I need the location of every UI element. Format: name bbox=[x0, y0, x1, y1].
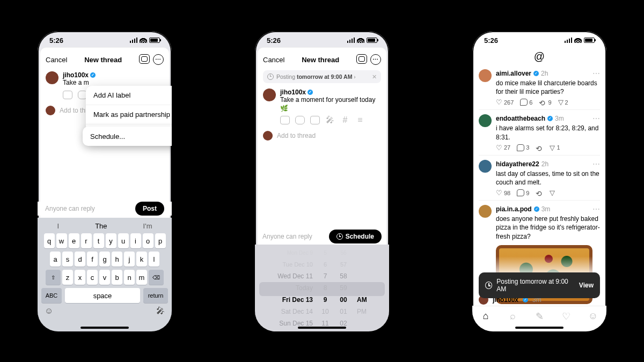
picker-row[interactable]: Wed Dec 11758 bbox=[255, 270, 389, 282]
comment-button[interactable]: 6 bbox=[520, 99, 532, 106]
drafts-icon[interactable] bbox=[356, 54, 367, 64]
post-more-icon[interactable]: ⋯ bbox=[592, 114, 600, 123]
post-username[interactable]: aimi.allover bbox=[496, 70, 531, 77]
repost-button[interactable] bbox=[536, 189, 543, 196]
key-q[interactable]: q bbox=[44, 233, 55, 248]
feed-post[interactable]: endoatthebeach✓3m⋯i have alarms set for … bbox=[479, 110, 600, 155]
picker-row[interactable]: Sun Dec 151102 bbox=[255, 317, 389, 329]
gif-icon[interactable] bbox=[310, 116, 320, 124]
key-u[interactable]: u bbox=[118, 233, 129, 248]
shift-key[interactable]: ⇧ bbox=[46, 270, 61, 285]
picker-row[interactable]: Fri Dec 13900AM bbox=[255, 294, 389, 306]
picker-row[interactable]: Sat Dec 141001PM bbox=[255, 306, 389, 317]
key-f[interactable]: f bbox=[87, 252, 98, 267]
reply-audience[interactable]: Anyone can reply bbox=[45, 205, 95, 212]
emoji-key[interactable]: ☺ bbox=[45, 306, 53, 316]
repost-button[interactable] bbox=[536, 144, 543, 151]
key-l[interactable]: l bbox=[149, 252, 159, 267]
post-more-icon[interactable]: ⋯ bbox=[592, 69, 600, 78]
keyboard-suggestions[interactable]: ITheI'm bbox=[39, 220, 170, 233]
like-button[interactable]: ♡267 bbox=[496, 98, 514, 106]
repost-button[interactable]: 9 bbox=[539, 99, 551, 106]
drafts-icon[interactable] bbox=[139, 54, 150, 64]
feed-post[interactable]: aimi.allover✓2h⋯do mice make lil charcut… bbox=[479, 65, 600, 110]
more-icon[interactable]: ⋯ bbox=[153, 54, 164, 65]
picker-row[interactable]: Mon Dec 161203 bbox=[255, 329, 389, 331]
abc-key[interactable]: ABC bbox=[41, 288, 62, 303]
add-thread[interactable]: Add to thread bbox=[258, 127, 386, 145]
feed-post[interactable]: hidayathere222h⋯last day of classes, tim… bbox=[479, 156, 600, 201]
post-username[interactable]: endoatthebeach bbox=[496, 115, 545, 122]
like-button[interactable]: ♡98 bbox=[496, 189, 510, 197]
post-more-icon[interactable]: ⋯ bbox=[592, 205, 600, 213]
more-icon[interactable]: ⋯ bbox=[370, 54, 381, 65]
key-v[interactable]: v bbox=[99, 270, 110, 285]
mic-key[interactable]: 🎤︎ bbox=[156, 306, 165, 316]
menu-schedule[interactable]: Schedule... bbox=[83, 127, 172, 146]
datetime-picker[interactable]: Mon Dec 9556Tue Dec 10657Wed Dec 11758To… bbox=[255, 245, 389, 331]
reply-audience[interactable]: Anyone can reply bbox=[262, 233, 312, 240]
send-button[interactable]: ▽ bbox=[550, 189, 555, 197]
key-w[interactable]: w bbox=[56, 233, 67, 248]
tab-search[interactable]: ⌕ bbox=[507, 311, 518, 322]
tab-compose[interactable]: ✎ bbox=[533, 311, 545, 322]
gallery-icon[interactable] bbox=[63, 91, 72, 99]
post-username[interactable]: hidayathere22 bbox=[496, 160, 539, 168]
menu-ai-label[interactable]: Add AI label bbox=[86, 86, 172, 105]
send-button[interactable]: ▽2 bbox=[558, 98, 568, 106]
hashtag-icon[interactable]: # bbox=[340, 116, 350, 124]
tab-home[interactable]: ⌂ bbox=[480, 311, 492, 322]
key-m[interactable]: m bbox=[136, 270, 147, 285]
post-more-icon[interactable]: ⋯ bbox=[592, 160, 600, 168]
key-z[interactable]: z bbox=[62, 270, 73, 285]
key-j[interactable]: j bbox=[124, 252, 135, 267]
scheduled-banner[interactable]: Posting tomorrow at 9:00 AM › ✕ bbox=[263, 70, 381, 83]
home-indicator[interactable] bbox=[80, 327, 129, 329]
keyboard[interactable]: ITheI'm qwertyuiop asdfghjkl ⇧ zxcvbnm ⌫… bbox=[38, 218, 172, 331]
key-h[interactable]: h bbox=[112, 252, 122, 267]
home-indicator[interactable] bbox=[515, 327, 564, 329]
backspace-key[interactable]: ⌫ bbox=[149, 270, 164, 285]
key-s[interactable]: s bbox=[62, 252, 73, 267]
return-key[interactable]: return bbox=[143, 288, 168, 303]
toast-view-button[interactable]: View bbox=[579, 282, 594, 289]
avatar[interactable] bbox=[479, 69, 492, 82]
comment-button[interactable]: 3 bbox=[517, 144, 529, 151]
avatar[interactable] bbox=[479, 205, 492, 218]
like-button[interactable]: ♡27 bbox=[496, 144, 510, 152]
key-t[interactable]: t bbox=[93, 233, 104, 248]
space-key[interactable]: space bbox=[65, 288, 140, 303]
tab-activity[interactable]: ♡ bbox=[560, 311, 572, 322]
key-x[interactable]: x bbox=[75, 270, 85, 285]
schedule-button[interactable]: Schedule bbox=[329, 230, 382, 243]
picker-row[interactable]: Mon Dec 9556 bbox=[255, 247, 389, 258]
key-i[interactable]: i bbox=[130, 233, 141, 248]
post-button[interactable]: Post bbox=[135, 202, 164, 216]
key-n[interactable]: n bbox=[124, 270, 135, 285]
scheduled-toast[interactable]: Posting tomorrow at 9:00 AM View bbox=[479, 272, 600, 298]
picker-row[interactable]: Today859 bbox=[255, 282, 389, 294]
post-username[interactable]: pia.in.a.pod bbox=[496, 205, 532, 213]
comment-button[interactable]: 9 bbox=[517, 189, 529, 196]
key-c[interactable]: c bbox=[87, 270, 98, 285]
key-e[interactable]: e bbox=[69, 233, 79, 248]
key-y[interactable]: y bbox=[106, 233, 116, 248]
key-k[interactable]: k bbox=[136, 252, 147, 267]
send-button[interactable]: ▽1 bbox=[550, 144, 560, 152]
poll-icon[interactable]: ≡ bbox=[355, 116, 365, 124]
key-o[interactable]: o bbox=[143, 233, 153, 248]
cancel-button[interactable]: Cancel bbox=[263, 56, 284, 64]
key-a[interactable]: a bbox=[50, 252, 61, 267]
picker-row[interactable]: Tue Dec 10657 bbox=[255, 258, 389, 270]
draft-text[interactable]: Take a moment for yourself today 🌿 bbox=[280, 96, 381, 113]
key-r[interactable]: r bbox=[81, 233, 92, 248]
threads-logo-icon[interactable]: @ bbox=[534, 50, 545, 63]
mic-icon[interactable]: 🎤︎ bbox=[325, 116, 335, 124]
camera-icon[interactable] bbox=[295, 116, 305, 124]
key-b[interactable]: b bbox=[112, 270, 122, 285]
gallery-icon[interactable] bbox=[280, 116, 290, 124]
key-p[interactable]: p bbox=[155, 233, 166, 248]
avatar[interactable] bbox=[479, 160, 492, 173]
key-d[interactable]: d bbox=[75, 252, 85, 267]
menu-paid-partnership[interactable]: Mark as paid partnership bbox=[86, 105, 172, 124]
